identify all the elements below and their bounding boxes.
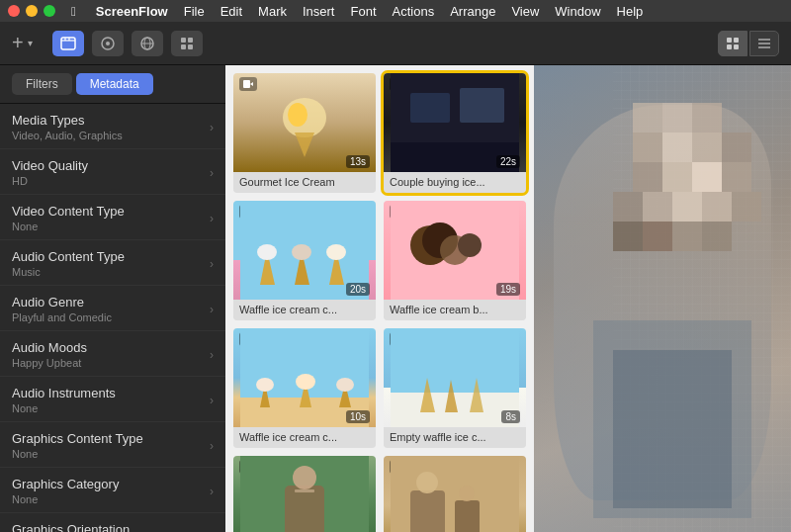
tab-metadata[interactable]: Metadata (76, 73, 153, 95)
media-item-waffle3[interactable]: 10s Waffle ice cream c... (233, 328, 376, 448)
view-toggle (718, 31, 779, 56)
media-item-waffle1[interactable]: 20s Waffle ice cream c... (233, 201, 376, 320)
tab-filters[interactable]: Filters (12, 73, 72, 95)
svg-rect-91 (672, 192, 702, 222)
svg-point-46 (458, 233, 482, 257)
media-thumb-waffle3: 10s (233, 328, 376, 427)
sidebar-item-video-content-type[interactable]: Video Content Type None › (0, 195, 225, 240)
media-item-woman[interactable]: 23s Woman eating ice... (233, 456, 376, 532)
fullscreen-button[interactable] (44, 5, 55, 17)
grid-view-button[interactable] (718, 31, 747, 56)
menu-edit[interactable]: Edit (220, 4, 242, 19)
svg-point-5 (106, 42, 110, 45)
sidebar-item-audio-moods[interactable]: Audio Moods Happy Upbeat › (0, 331, 225, 377)
menu-actions[interactable]: Actions (393, 4, 435, 19)
add-button[interactable]: + ▾ (12, 32, 33, 54)
chevron-right-icon: › (210, 348, 214, 362)
duration-waffle3: 10s (346, 410, 370, 423)
media-thumb-woman: 23s (233, 456, 376, 532)
svg-rect-20 (243, 80, 250, 88)
svg-point-54 (296, 374, 315, 390)
svg-point-76 (459, 486, 475, 501)
media-thumb-father: 6s (384, 456, 526, 532)
graphics-orientation-label: Graphics Orientation (12, 522, 210, 532)
menubar:  ScreenFlow File Edit Mark Insert Font … (0, 0, 791, 22)
preview-svg (534, 65, 791, 532)
video-quality-value: HD (12, 175, 210, 187)
chevron-right-icon: › (210, 257, 214, 271)
svg-rect-78 (633, 103, 662, 133)
sidebar-item-media-types[interactable]: Media Types Video, Audio, Graphics › (0, 104, 225, 149)
media-item-gourmet[interactable]: 13s Gourmet Ice Cream (233, 73, 376, 193)
list-view-button[interactable] (749, 31, 779, 56)
svg-point-56 (336, 378, 354, 392)
menu-window[interactable]: Window (555, 4, 600, 19)
svg-marker-24 (295, 133, 314, 157)
svg-rect-87 (692, 162, 722, 192)
chevron-right-icon: › (210, 121, 214, 134)
menu-file[interactable]: File (184, 4, 205, 19)
sidebar-item-graphics-category[interactable]: Graphics Category None › (0, 468, 225, 513)
traffic-lights (8, 5, 55, 17)
svg-rect-96 (672, 222, 702, 251)
svg-rect-88 (722, 162, 751, 192)
svg-rect-15 (727, 44, 732, 49)
svg-point-35 (257, 244, 277, 260)
audio-tab-button[interactable] (92, 31, 124, 56)
svg-rect-89 (613, 192, 643, 222)
graphics-category-value: None (12, 493, 210, 505)
media-grid: 13s Gourmet Ice Cream (225, 65, 534, 532)
app-name: ScreenFlow (96, 4, 168, 19)
graphics-content-type-label: Graphics Content Type (12, 431, 210, 446)
minimize-button[interactable] (26, 5, 38, 17)
sidebar-item-audio-instruments[interactable]: Audio Instruments None › (0, 377, 225, 422)
svg-rect-86 (662, 162, 692, 192)
sidebar-item-audio-genre[interactable]: Audio Genre Playful and Comedic › (0, 286, 225, 331)
sidebar-items: Media Types Video, Audio, Graphics › Vid… (0, 104, 225, 532)
svg-marker-21 (250, 82, 253, 86)
duration-empty: 8s (501, 410, 520, 423)
media-item-couple[interactable]: 22s Couple buying ice... (384, 73, 526, 193)
menu-mark[interactable]: Mark (258, 4, 287, 19)
svg-rect-0 (61, 38, 75, 49)
svg-rect-9 (181, 38, 186, 43)
svg-rect-16 (734, 44, 739, 49)
graphics-category-label: Graphics Category (12, 477, 210, 491)
grid-tab-button[interactable] (171, 31, 203, 56)
menu-view[interactable]: View (511, 4, 539, 19)
audio-instruments-label: Audio Instruments (12, 386, 210, 400)
menu-insert[interactable]: Insert (303, 4, 335, 19)
media-item-father[interactable]: 6s Father and son eat... (384, 456, 526, 532)
sidebar-item-video-quality[interactable]: Video Quality HD › (0, 149, 225, 195)
apple-menu[interactable]:  (71, 4, 76, 19)
svg-rect-83 (692, 133, 722, 162)
menu-help[interactable]: Help (617, 4, 644, 19)
chevron-right-icon: › (210, 485, 214, 498)
audio-content-type-label: Audio Content Type (12, 249, 210, 264)
close-button[interactable] (8, 5, 20, 17)
svg-rect-80 (692, 103, 722, 133)
menu-font[interactable]: Font (350, 4, 376, 19)
media-tab-button[interactable] (52, 31, 84, 56)
preview-panel (534, 65, 791, 532)
svg-rect-12 (188, 44, 193, 49)
sidebar-item-graphics-orientation[interactable]: Graphics Orientation None › (0, 513, 225, 532)
svg-rect-10 (188, 38, 193, 43)
svg-rect-73 (410, 490, 445, 532)
sidebar-item-graphics-content-type[interactable]: Graphics Content Type None › (0, 422, 225, 468)
main-layout: Filters Metadata Media Types Video, Audi… (0, 65, 791, 532)
media-item-empty[interactable]: 8s Empty waffle ice c... (384, 328, 526, 448)
svg-point-23 (288, 103, 308, 127)
media-thumb-waffle2: 19s (384, 201, 526, 300)
media-item-waffle2[interactable]: 19s Waffle ice cream b... (384, 201, 526, 320)
svg-rect-90 (643, 192, 672, 222)
grid-view-icon (726, 37, 740, 50)
menu-arrange[interactable]: Arrange (450, 4, 495, 19)
sidebar-item-audio-content-type[interactable]: Audio Content Type Music › (0, 240, 225, 286)
svg-rect-92 (702, 192, 732, 222)
svg-rect-79 (662, 103, 692, 133)
web-tab-button[interactable] (132, 31, 163, 56)
svg-point-52 (256, 378, 274, 392)
plus-icon: + (12, 32, 24, 54)
svg-rect-75 (455, 500, 480, 532)
